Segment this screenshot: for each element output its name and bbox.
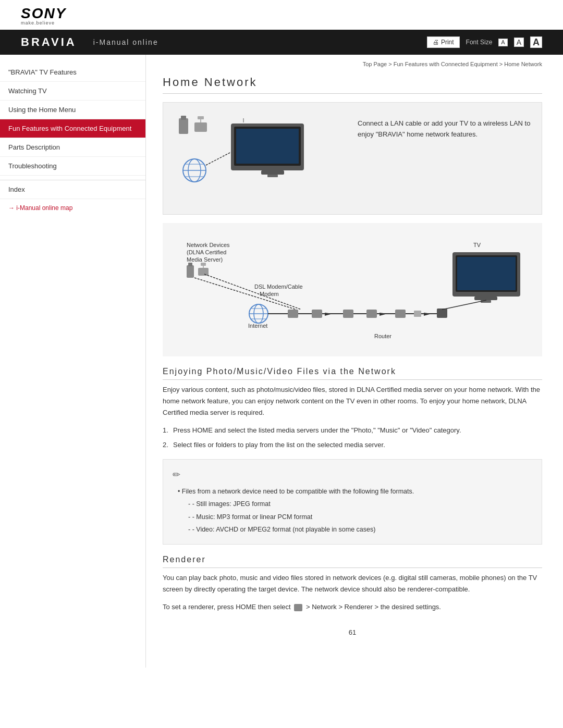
- bravia-logo: BRAVIA: [21, 35, 77, 49]
- section2-body: Enjoy various content, such as photo/mus…: [163, 384, 542, 418]
- main-layout: "BRAVIA" TV Features Watching TV Using t…: [0, 55, 563, 668]
- svg-rect-29: [474, 297, 497, 300]
- breadcrumb-current: Home Network: [504, 61, 542, 67]
- svg-rect-1: [181, 116, 186, 120]
- note-box: ✏ Files from a network device need to be…: [163, 459, 542, 545]
- svg-text:Router: Router: [374, 333, 391, 339]
- svg-rect-44: [343, 310, 353, 318]
- svg-rect-4: [198, 116, 204, 119]
- diagram-image-left: [174, 113, 347, 204]
- svg-text:Internet: Internet: [248, 323, 267, 329]
- svg-rect-0: [179, 118, 188, 134]
- breadcrumb-sep1: >: [387, 61, 394, 67]
- renderer-body1: You can play back photo, music and video…: [163, 572, 542, 595]
- sidebar-map-link[interactable]: → i-Manual online map: [0, 199, 145, 217]
- breadcrumb-fun-features[interactable]: Fun Features with Connected Equipment: [394, 61, 498, 67]
- svg-line-52: [204, 274, 301, 310]
- steps-list: Press HOME and select the listed media s…: [163, 425, 542, 451]
- svg-rect-48: [414, 311, 421, 317]
- note-list: Files from a network device need to be c…: [173, 486, 532, 535]
- svg-rect-45: [366, 310, 377, 318]
- note-sub-1: - Still images: JPEG format: [188, 499, 532, 510]
- step-1: Press HOME and select the listed media s…: [163, 425, 542, 436]
- content-area: Top Page > Fun Features with Connected E…: [146, 55, 563, 668]
- svg-rect-20: [187, 265, 194, 278]
- note-sub-list: - Still images: JPEG format - Music: MP3…: [178, 499, 532, 535]
- svg-rect-42: [312, 310, 322, 318]
- sony-tagline: make.believe: [21, 21, 542, 26]
- breadcrumb: Top Page > Fun Features with Connected E…: [163, 61, 542, 67]
- bottom-diagram-container: Network Devices (DLNA Certified Media Se…: [163, 223, 542, 356]
- font-medium-button[interactable]: A: [514, 38, 524, 47]
- note-sub-3: - Video: AVCHD or MPEG2 format (not play…: [188, 524, 532, 535]
- nav-bar-left: BRAVIA i-Manual online: [21, 35, 158, 49]
- svg-rect-24: [201, 263, 206, 266]
- top-network-svg: [174, 113, 314, 202]
- svg-rect-28: [457, 257, 516, 290]
- svg-rect-41: [288, 310, 298, 318]
- svg-text:(DLNA Certified: (DLNA Certified: [187, 249, 226, 255]
- renderer-body2-end: > Network > Renderer > the desired setti…: [306, 603, 441, 611]
- sidebar-item-bravia-tv[interactable]: "BRAVIA" TV Features: [0, 63, 145, 82]
- svg-line-51: [194, 278, 296, 310]
- svg-line-53: [442, 300, 486, 310]
- page-number: 61: [163, 628, 542, 647]
- i-manual-label: i-Manual online: [93, 38, 158, 46]
- print-button[interactable]: 🖨 Print: [427, 36, 460, 48]
- print-label: Print: [441, 39, 454, 46]
- section3-title: Renderer: [163, 555, 542, 568]
- diagram-description: Connect a LAN cable or add your TV to a …: [358, 113, 531, 140]
- diagram-desc-text: Connect a LAN cable or add your TV to a …: [358, 119, 530, 138]
- header-top: SONY make.believe: [0, 0, 563, 30]
- breadcrumb-sep2: >: [498, 61, 505, 67]
- sony-brand: SONY: [21, 6, 542, 21]
- renderer-settings-icon: [294, 604, 302, 611]
- page-title: Home Network: [163, 76, 542, 94]
- svg-text:Network Devices: Network Devices: [187, 242, 230, 248]
- font-large-button[interactable]: A: [530, 36, 542, 48]
- svg-rect-13: [261, 170, 284, 175]
- svg-text:DSL Modem/Cable: DSL Modem/Cable: [254, 283, 303, 290]
- breadcrumb-top[interactable]: Top Page: [363, 61, 387, 67]
- top-diagram-box: Connect a LAN cable or add your TV to a …: [163, 102, 542, 215]
- sidebar-item-home-menu[interactable]: Using the Home Menu: [0, 101, 145, 119]
- svg-rect-14: [267, 175, 278, 177]
- svg-rect-22: [198, 268, 209, 276]
- note-icon: ✏: [173, 467, 532, 483]
- svg-rect-2: [194, 122, 207, 132]
- svg-rect-50: [437, 309, 447, 318]
- svg-line-15: [206, 152, 231, 165]
- renderer-body2-start: To set a renderer, press HOME then selec…: [163, 603, 291, 611]
- sony-logo: SONY make.believe: [21, 6, 542, 26]
- sidebar-item-fun-features[interactable]: Fun Features with Connected Equipment: [0, 119, 145, 138]
- renderer-body2: To set a renderer, press HOME then selec…: [163, 601, 542, 613]
- svg-text:TV: TV: [473, 242, 481, 248]
- sidebar-item-index[interactable]: Index: [0, 180, 145, 199]
- print-icon: 🖨: [433, 39, 439, 46]
- nav-bar-right: 🖨 Print Font Size A A A: [427, 36, 542, 48]
- sidebar-item-parts[interactable]: Parts Description: [0, 138, 145, 157]
- svg-rect-12: [236, 129, 299, 164]
- sidebar: "BRAVIA" TV Features Watching TV Using t…: [0, 55, 146, 668]
- font-small-button[interactable]: A: [498, 39, 507, 46]
- font-size-label: Font Size: [466, 39, 493, 46]
- svg-rect-21: [188, 263, 192, 266]
- step-2: Select files or folders to play from the…: [163, 439, 542, 451]
- section2-title: Enjoying Photo/Music/Video Files via the…: [163, 367, 542, 380]
- svg-rect-47: [395, 310, 406, 318]
- svg-text:Media Server): Media Server): [187, 256, 223, 263]
- bottom-network-svg: Network Devices (DLNA Certified Media Se…: [171, 231, 525, 346]
- note-item-0: Files from a network device need to be c…: [178, 486, 532, 497]
- note-sub-2: - Music: MP3 format or linear PCM format: [188, 512, 532, 523]
- sidebar-item-watching[interactable]: Watching TV: [0, 82, 145, 101]
- sidebar-item-troubleshooting[interactable]: Troubleshooting: [0, 157, 145, 176]
- svg-text:Modem: Modem: [260, 291, 279, 297]
- nav-bar: BRAVIA i-Manual online 🖨 Print Font Size…: [0, 30, 563, 55]
